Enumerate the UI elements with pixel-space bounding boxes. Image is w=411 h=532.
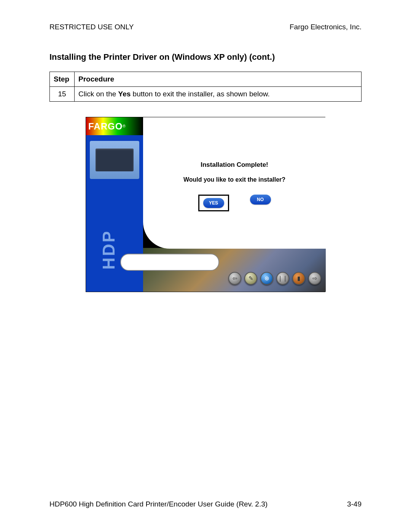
pencil-icon[interactable]: ✎ [244,272,257,285]
table-row: 15 Click on the Yes button to exit the i… [50,87,362,102]
company-label: Fargo Electronics, Inc. [290,23,362,31]
status-bubble [120,254,219,271]
exit-door-icon[interactable]: ▮ [292,272,305,285]
yes-highlight-box: YES [198,195,229,211]
pause-icon[interactable]: ❘❘ [276,272,289,285]
step-number: 15 [50,87,75,102]
forward-icon[interactable]: ⇨ [308,272,321,285]
installer-screenshot: FARGO® HDP Installation Complete! Would … [86,117,325,292]
no-button[interactable]: NO [250,195,271,204]
procedure-table: Step Procedure 15 Click on the Yes butto… [49,72,362,102]
nav-icon-row: ⇦ ✎ ⊛ ❘❘ ▮ ⇨ [228,272,321,285]
col-header-procedure: Procedure [75,72,362,87]
page-number: 3-49 [347,500,362,508]
fargo-logo: FARGO® [86,117,143,135]
footer-doc-title: HDP600 High Definition Card Printer/Enco… [49,500,268,508]
installation-complete-text: Installation Complete! [143,161,326,169]
globe-icon[interactable]: ⊛ [260,272,273,285]
exit-question-text: Would you like to exit the installer? [143,176,326,183]
section-title: Installing the Printer Driver on (Window… [49,52,362,62]
step-procedure: Click on the Yes button to exit the inst… [75,87,362,102]
printer-image [90,141,139,179]
hdp-label: HDP [99,212,118,270]
col-header-step: Step [50,72,75,87]
installer-main-panel: Installation Complete! Would you like to… [143,117,326,249]
back-icon[interactable]: ⇦ [228,272,241,285]
yes-button[interactable]: YES [203,198,224,208]
restricted-label: RESTRICTED USE ONLY [49,23,134,31]
